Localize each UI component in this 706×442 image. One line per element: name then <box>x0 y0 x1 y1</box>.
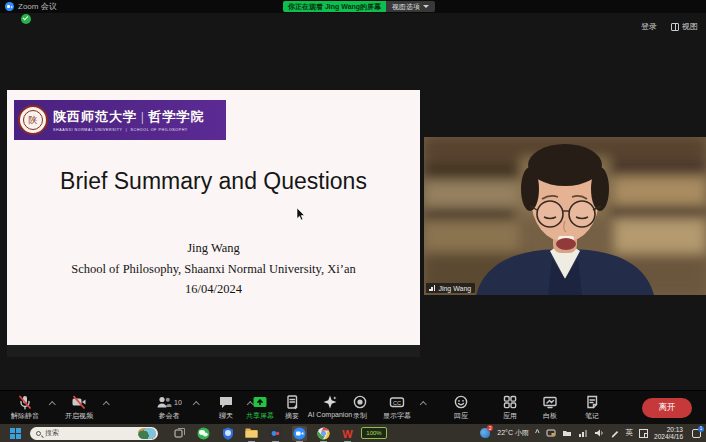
record-icon <box>352 394 368 410</box>
svg-text:W: W <box>342 427 353 439</box>
pen-icon[interactable] <box>610 428 620 438</box>
toolbar-notes-button[interactable]: 笔记 <box>574 394 610 422</box>
toolbar-item-label: 参会者 <box>159 411 180 421</box>
taskbar-app-chrome[interactable] <box>316 426 331 441</box>
windows-taskbar: 搜索 W 100% 2 22°C 小雨 ^ 英 20:13 2024/4/16 … <box>0 424 706 442</box>
view-grid-icon <box>671 23 679 31</box>
search-icon <box>36 431 41 436</box>
search-highlight-icon <box>138 428 156 439</box>
ime-mode-icon[interactable] <box>639 429 648 438</box>
participant-video-frame <box>424 137 706 295</box>
shared-slide: 陕 陕西师范大学 | 哲学学院 SHAANXI NORMAL UNIVERSIT… <box>7 90 420 345</box>
meeting-toolbar: 解除静音开启视频10参会者聊天共享屏幕摘要AI Companion录制CC显示字… <box>0 390 706 424</box>
login-label: 登录 <box>641 21 657 32</box>
clock-date: 2024/4/16 <box>654 433 683 441</box>
search-label: 搜索 <box>45 428 138 438</box>
taskbar-app-zoom[interactable] <box>292 426 307 441</box>
toolbar-item-label: 开启视频 <box>65 411 93 421</box>
chat-icon <box>218 394 234 410</box>
toolbar-item-label: 录制 <box>353 411 367 421</box>
taskbar-app-wps[interactable]: W <box>340 426 355 441</box>
zoom-meeting-window: Zoom 会议 你正在观看 Jing Wang的屏幕 视图选项 登录 视图 陕 … <box>0 0 706 442</box>
participant-name: Jing Wang <box>438 285 471 292</box>
banner-divider: | <box>141 109 145 125</box>
taskbar-app-wechat[interactable] <box>196 426 211 441</box>
captions-icon: CC <box>389 394 405 410</box>
toolbar-whiteboard-button[interactable]: 白板 <box>532 394 568 422</box>
view-options-button[interactable]: 视图选项 <box>386 1 435 12</box>
seal-character: 陕 <box>23 110 43 130</box>
chevron-up-icon[interactable] <box>104 401 109 406</box>
taskbar-app-security-shield[interactable] <box>220 426 235 441</box>
slide-title: Brief Summary and Questions <box>7 168 420 195</box>
view-button[interactable]: 视图 <box>671 21 698 32</box>
leave-meeting-button[interactable]: 离开 <box>642 398 692 418</box>
slide-byline: Jing Wang School of Philosophy, Shaanxi … <box>7 238 420 300</box>
participants-count: 10 <box>174 399 182 406</box>
login-button[interactable]: 登录 <box>641 21 657 32</box>
video-off-icon <box>71 394 87 410</box>
volume-icon[interactable] <box>594 428 604 438</box>
mouse-cursor <box>296 208 305 221</box>
share-screen-icon <box>252 394 268 410</box>
taskbar-app-files-yellow[interactable] <box>244 426 259 441</box>
signal-strength-icon <box>429 285 435 291</box>
slide-date: 16/04/2024 <box>7 279 420 300</box>
start-button[interactable] <box>9 427 22 440</box>
toolbar-video-off-button[interactable]: 开启视频 <box>56 394 102 422</box>
university-en: SHAANXI NORMAL UNIVERSITY <box>53 128 123 132</box>
taskbar-app-app-dark[interactable] <box>268 426 283 441</box>
school-en: SCHOOL OF PHILOSOPHY <box>130 128 187 132</box>
chevron-up-icon[interactable] <box>50 401 55 406</box>
battery-widget[interactable]: 100% <box>361 427 387 439</box>
university-name-en: SHAANXI NORMAL UNIVERSITY | SCHOOL OF PH… <box>53 128 205 132</box>
university-text: 陕西师范大学 | 哲学学院 SHAANXI NORMAL UNIVERSITY … <box>53 108 205 132</box>
toolbar-record-button[interactable]: 录制 <box>342 394 378 422</box>
tray-expand-chevron[interactable]: ^ <box>535 429 540 436</box>
toolbar-item-label: 解除静音 <box>11 411 39 421</box>
toolbar-item-label: 白板 <box>543 411 557 421</box>
watching-banner-text: 你正在观看 Jing Wang的屏幕 <box>283 1 386 12</box>
taskbar-clock[interactable]: 20:13 2024/4/16 <box>654 426 683 441</box>
school-cn: 哲学学院 <box>149 108 205 126</box>
notes-icon <box>584 394 600 410</box>
network-icon[interactable] <box>578 428 588 438</box>
folder-tray-icon[interactable] <box>562 428 572 438</box>
mic-muted-icon <box>17 394 33 410</box>
participants-icon: 10 <box>156 394 182 410</box>
screenshot-tool-icon[interactable] <box>546 428 556 438</box>
participant-video[interactable]: Jing Wang <box>424 137 706 295</box>
toolbar-item-label: 笔记 <box>585 411 599 421</box>
university-seal-icon: 陕 <box>18 105 48 135</box>
share-bottom-strip <box>7 345 420 357</box>
clock-time: 20:13 <box>654 426 683 434</box>
weather-text[interactable]: 22°C 小雨 <box>497 428 529 438</box>
chevron-down-icon <box>423 5 429 8</box>
toolbar-item-label: 聊天 <box>219 411 233 421</box>
chevron-up-icon[interactable] <box>421 401 426 406</box>
taskbar-search[interactable]: 搜索 <box>30 427 158 440</box>
toolbar-apps-button[interactable]: 应用 <box>492 394 528 422</box>
summary-icon <box>284 394 300 410</box>
university-cn: 陕西师范大学 <box>53 108 137 126</box>
slide-author: Jing Wang <box>7 238 420 259</box>
ime-language-indicator[interactable]: 英 <box>626 428 634 438</box>
chevron-up-icon[interactable] <box>194 401 199 406</box>
taskbar-app-task-view[interactable] <box>172 426 187 441</box>
participant-nametag: Jing Wang <box>426 283 475 293</box>
university-name-cn: 陕西师范大学 | 哲学学院 <box>53 108 205 126</box>
security-shield-icon[interactable] <box>21 14 31 24</box>
notification-center-icon[interactable]: 1 <box>691 428 702 439</box>
weather-icon[interactable]: 2 <box>479 427 491 439</box>
toolbar-item-label: 回应 <box>454 411 468 421</box>
screen-share-banner: 你正在观看 Jing Wang的屏幕 视图选项 <box>283 1 435 12</box>
toolbar-captions-button[interactable]: CC显示字幕 <box>375 394 419 422</box>
toolbar-mic-muted-button[interactable]: 解除静音 <box>2 394 48 422</box>
toolbar-item-label: 摘要 <box>285 411 299 421</box>
apps-icon <box>502 394 518 410</box>
toolbar-participants-button[interactable]: 10参会者 <box>146 394 192 422</box>
system-tray: 2 22°C 小雨 ^ 英 20:13 2024/4/16 1 <box>479 424 706 442</box>
toolbar-reactions-button[interactable]: 回应 <box>443 394 479 422</box>
taskbar-apps: W <box>172 426 355 441</box>
toolbar-item-label: 共享屏幕 <box>246 411 274 421</box>
